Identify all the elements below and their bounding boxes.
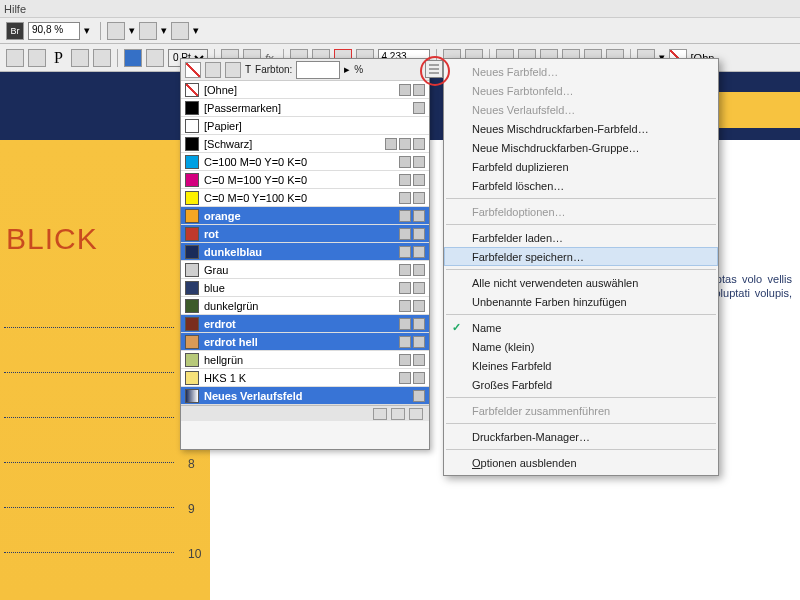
swatch-flag-icon <box>413 336 425 348</box>
swatch-chip-icon <box>185 281 199 295</box>
menu-neues-farbtonfeld: Neues Farbtonfeld… <box>444 81 718 100</box>
swatch-row[interactable]: Neues Verlaufsfeld <box>181 387 429 405</box>
swatch-flags <box>399 174 425 186</box>
formatting-icon[interactable] <box>205 62 221 78</box>
tool-d[interactable] <box>93 49 111 67</box>
swatch-name-label: [Schwarz] <box>204 138 380 150</box>
swatch-chip-icon <box>185 335 199 349</box>
screen-mode-icon[interactable] <box>107 22 125 40</box>
menu-loeschen[interactable]: Farbfeld löschen… <box>444 176 718 195</box>
swatch-flag-icon <box>413 372 425 384</box>
menu-kleines[interactable]: Kleines Farbfeld <box>444 356 718 375</box>
swatch-flags <box>399 300 425 312</box>
menu-grosses[interactable]: Großes Farbfeld <box>444 375 718 394</box>
swatch-flag-icon <box>399 354 411 366</box>
menu-unbenannte[interactable]: Unbenannte Farben hinzufügen <box>444 292 718 311</box>
delete-swatch-icon[interactable] <box>409 408 423 420</box>
swatch-row[interactable]: erdrot hell <box>181 333 429 351</box>
menu-duplizieren[interactable]: Farbfeld duplizieren <box>444 157 718 176</box>
br-icon[interactable]: Br <box>6 22 24 40</box>
menu-laden[interactable]: Farbfelder laden… <box>444 228 718 247</box>
swatch-row[interactable]: orange <box>181 207 429 225</box>
fill-none-icon[interactable] <box>185 62 201 78</box>
swatch-flag-icon <box>413 102 425 114</box>
panel-flyout-button[interactable] <box>425 60 443 78</box>
menu-name[interactable]: ✓Name <box>444 318 718 337</box>
swatch-row[interactable]: Grau <box>181 261 429 279</box>
swatch-chip-icon <box>185 371 199 385</box>
swatch-row[interactable]: C=0 M=100 Y=0 K=0 <box>181 171 429 189</box>
swatches-panel-header: T Farbton: ▸ % <box>181 59 429 81</box>
swatch-flags <box>399 246 425 258</box>
swatch-flag-icon <box>413 210 425 222</box>
arrange-icon[interactable] <box>139 22 157 40</box>
workspace-icon[interactable] <box>171 22 189 40</box>
swatch-name-label: Grau <box>204 264 394 276</box>
menu-separator <box>446 314 716 315</box>
menu-druckfarben[interactable]: Druckfarben-Manager… <box>444 427 718 446</box>
swatch-flag-icon <box>413 390 425 402</box>
swatch-flags <box>399 354 425 366</box>
menu-optionen: Farbfeldoptionen… <box>444 202 718 221</box>
swatch-name-label: orange <box>204 210 394 222</box>
menu-zusammen: Farbfelder zusammenführen <box>444 401 718 420</box>
tool-a[interactable] <box>6 49 24 67</box>
swatch-chip-icon <box>185 245 199 259</box>
swatch-row[interactable]: [Papier] <box>181 117 429 135</box>
fill-icon[interactable] <box>124 49 142 67</box>
menu-name-klein[interactable]: Name (klein) <box>444 337 718 356</box>
swatches-list: [Ohne][Passermarken][Papier][Schwarz]C=1… <box>181 81 429 405</box>
stroke-icon[interactable] <box>146 49 164 67</box>
swatch-chip-icon <box>185 209 199 223</box>
tool-c[interactable] <box>71 49 89 67</box>
tint-field[interactable] <box>296 61 340 79</box>
menu-neue-misch-gruppe[interactable]: Neue Mischdruckfarben-Gruppe… <box>444 138 718 157</box>
swatch-chip-icon <box>185 191 199 205</box>
swatch-row[interactable]: hellgrün <box>181 351 429 369</box>
doc-heading: BLICK <box>6 222 98 256</box>
menu-separator <box>446 198 716 199</box>
swatch-row[interactable]: dunkelgrün <box>181 297 429 315</box>
menu-hilfe[interactable]: Hilfe <box>4 3 26 15</box>
swatch-chip-icon <box>185 83 199 97</box>
swatch-row[interactable]: blue <box>181 279 429 297</box>
show-options-icon[interactable] <box>373 408 387 420</box>
swatch-chip-icon <box>185 101 199 115</box>
menu-ausblenden[interactable]: Optionen ausblenden <box>444 453 718 472</box>
swatch-row[interactable]: [Passermarken] <box>181 99 429 117</box>
menu-alle-nicht[interactable]: Alle nicht verwendeten auswählen <box>444 273 718 292</box>
menu-neues-misch-farbfeld[interactable]: Neues Mischdruckfarben-Farbfeld… <box>444 119 718 138</box>
container-icon[interactable] <box>225 62 241 78</box>
tool-b[interactable] <box>28 49 46 67</box>
swatch-chip-icon <box>185 299 199 313</box>
swatch-name-label: dunkelblau <box>204 246 394 258</box>
swatch-flag-icon <box>413 264 425 276</box>
swatch-row[interactable]: C=100 M=0 Y=0 K=0 <box>181 153 429 171</box>
tint-label: Farbton: <box>255 64 292 75</box>
menu-speichern[interactable]: Farbfelder speichern… <box>444 247 718 266</box>
swatch-flags <box>399 156 425 168</box>
guide-line <box>4 462 174 463</box>
swatch-row[interactable]: dunkelblau <box>181 243 429 261</box>
swatch-row[interactable]: rot <box>181 225 429 243</box>
swatch-row[interactable]: [Ohne] <box>181 81 429 99</box>
check-icon: ✓ <box>452 321 461 334</box>
swatch-row[interactable]: erdrot <box>181 315 429 333</box>
swatch-row[interactable]: HKS 1 K <box>181 369 429 387</box>
swatch-flag-icon <box>399 300 411 312</box>
swatch-name-label: dunkelgrün <box>204 300 394 312</box>
swatch-flag-icon <box>399 174 411 186</box>
new-swatch-icon[interactable] <box>391 408 405 420</box>
guide-line <box>4 372 174 373</box>
zoom-field[interactable]: 90,8 % <box>28 22 80 40</box>
swatch-chip-icon <box>185 155 199 169</box>
menu-separator <box>446 269 716 270</box>
guide-line <box>4 552 174 553</box>
guide-line <box>4 327 174 328</box>
swatch-flags <box>413 390 425 402</box>
swatch-row[interactable]: C=0 M=0 Y=100 K=0 <box>181 189 429 207</box>
swatch-flag-icon <box>413 282 425 294</box>
swatch-row[interactable]: [Schwarz] <box>181 135 429 153</box>
swatch-flag-icon <box>413 138 425 150</box>
swatches-footer <box>181 405 429 421</box>
